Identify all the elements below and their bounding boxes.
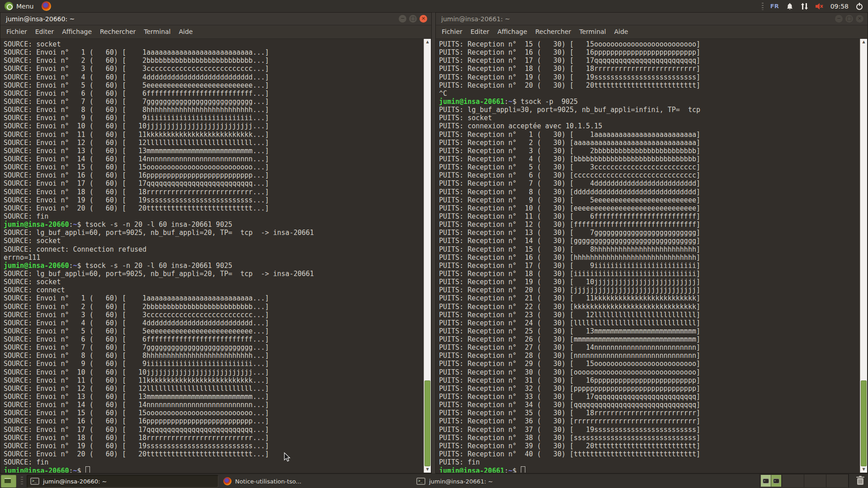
scrollbar-left[interactable]: ▲ ▼: [424, 39, 431, 473]
scroll-down-icon[interactable]: ▼: [860, 466, 867, 473]
show-desktop-button[interactable]: [1, 475, 16, 488]
terminal-line: ^C: [439, 89, 860, 98]
taskbar-item-label: jumin@insa-20661: ~: [429, 478, 493, 485]
terminal-line: PUITS: Reception n° 18 ( 30) [ 18rrrrrrr…: [439, 65, 860, 73]
menu-rechercher[interactable]: Rechercher: [96, 25, 140, 38]
maximize-button[interactable]: □: [845, 15, 853, 23]
workspace-4[interactable]: [826, 474, 849, 487]
terminal-output-left[interactable]: SOURCE: socketSOURCE: Envoi n° 1 ( 60) […: [1, 39, 424, 473]
menu-terminal[interactable]: Terminal: [575, 25, 610, 38]
terminal-line: PUITS: Reception n° 18 ( 30) [iiiiiiiiii…: [439, 270, 860, 278]
terminal-line: PUITS: Reception n° 30 ( 30) [oooooooooo…: [439, 368, 860, 376]
close-button[interactable]: ×: [856, 15, 863, 23]
applet-handle[interactable]: [762, 3, 764, 10]
terminal-line: SOURCE: Envoi n° 1 ( 60) [ 1aaaaaaaaaaaa…: [4, 294, 424, 302]
terminal-line: SOURCE: Envoi n° 11 ( 60) [ 11kkkkkkkkkk…: [4, 376, 424, 385]
maximize-button[interactable]: □: [409, 15, 417, 23]
terminal-line: SOURCE: Envoi n° 19 ( 60) [ 19ssssssssss…: [4, 442, 424, 450]
scrollbar-thumb[interactable]: [861, 380, 867, 466]
terminal-line: SOURCE: Envoi n° 2 ( 60) [ 2bbbbbbbbbbbb…: [4, 303, 424, 311]
mate-menu-button[interactable]: Menu: [0, 0, 38, 12]
terminal-line: PUITS: Reception n° 11 ( 30) [ 6ffffffff…: [439, 212, 860, 221]
terminal-line: SOURCE: Envoi n° 12 ( 60) [ 12llllllllll…: [4, 385, 424, 393]
taskbar-item-terminal-20661[interactable]: >_ jumin@insa-20661: ~: [413, 475, 604, 488]
scrollbar-right[interactable]: ▲ ▼: [860, 39, 867, 473]
notification-area: FR 09:58: [762, 0, 868, 12]
scroll-up-icon[interactable]: ▲: [424, 39, 431, 45]
terminal-output-right[interactable]: PUITS: Reception n° 15 ( 30) [ 15ooooooo…: [436, 39, 860, 473]
workspace-1[interactable]: > >: [760, 474, 782, 487]
menu-editer[interactable]: Editer: [467, 25, 493, 38]
bottom-panel: >_ jumin@insa-20660: ~ Notice-utilisatio…: [0, 474, 868, 488]
terminal-line: SOURCE: connect: [4, 286, 424, 294]
titlebar-right[interactable]: jumin@insa-20661: ~ − □ ×: [436, 13, 868, 25]
minimize-button[interactable]: −: [399, 15, 406, 23]
taskbar-item-firefox-notice[interactable]: Notice-utilisation-tso...: [220, 475, 411, 488]
terminal-cursor: [521, 466, 525, 473]
menu-fichier[interactable]: Fichier: [2, 25, 31, 38]
menu-affichage[interactable]: Affichage: [58, 25, 96, 38]
taskbar-item-terminal-20660[interactable]: >_ jumin@insa-20660: ~: [27, 475, 218, 488]
clock[interactable]: 09:58: [830, 3, 849, 10]
terminal-line: PUITS: Reception n° 15 ( 30) [ 15ooooooo…: [439, 40, 860, 48]
terminal-line: SOURCE: fin: [4, 212, 424, 221]
terminal-line: PUITS: Reception n° 6 ( 30) [ccccccccccc…: [439, 171, 860, 179]
menu-rechercher[interactable]: Rechercher: [531, 25, 575, 38]
menu-editer[interactable]: Editer: [31, 25, 58, 38]
terminal-line: SOURCE: Envoi n° 14 ( 60) [ 14nnnnnnnnnn…: [4, 401, 424, 409]
titlebar-left[interactable]: jumin@insa-20660: ~ − □ ×: [0, 13, 431, 25]
menubar-left: Fichier Editer Affichage Rechercher Term…: [0, 25, 431, 39]
terminal-line: SOURCE: Envoi n° 12 ( 60) [ 12llllllllll…: [4, 139, 424, 147]
workspace-window-preview: >: [771, 475, 781, 487]
menu-affichage[interactable]: Affichage: [493, 25, 531, 38]
scroll-up-icon[interactable]: ▲: [860, 39, 867, 45]
terminal-cursor: [85, 466, 90, 473]
terminal-line: PUITS: socket: [439, 114, 860, 122]
terminal-line: PUITS: Reception n° 28 ( 30) [nnnnnnnnnn…: [439, 352, 860, 360]
workspace-2[interactable]: [782, 474, 804, 487]
terminal-line: PUITS: Reception n° 25 ( 30) [ 13mmmmmmm…: [439, 327, 860, 335]
terminal-line: jumin@insa-20660:~$ tsock -s -n 20 -l 60…: [4, 221, 424, 229]
firefox-icon: [223, 477, 231, 485]
terminal-line: SOURCE: Envoi n° 11 ( 60) [ 11kkkkkkkkkk…: [4, 131, 424, 139]
terminal-line: SOURCE: Envoi n° 8 ( 60) [ 8hhhhhhhhhhhh…: [4, 352, 424, 360]
menu-aide[interactable]: Aide: [610, 25, 632, 38]
scrollbar-thumb[interactable]: [425, 380, 430, 466]
workspace-3[interactable]: [804, 474, 826, 487]
terminal-line: errno=111: [4, 253, 424, 262]
notifications-bell-icon[interactable]: [786, 2, 794, 10]
workspace-window-preview: >: [761, 475, 771, 487]
window-list-handle[interactable]: [21, 477, 23, 486]
menu-fichier[interactable]: Fichier: [438, 25, 467, 38]
terminal-line: SOURCE: Envoi n° 9 ( 60) [ 9iiiiiiiiiiii…: [4, 360, 424, 368]
firefox-launcher-icon[interactable]: [42, 1, 51, 11]
terminal-line: PUITS: Reception n° 13 ( 30) [ 7gggggggg…: [439, 229, 860, 237]
trash-icon[interactable]: [855, 475, 865, 488]
terminal-line: SOURCE: Envoi n° 7 ( 60) [ 7gggggggggggg…: [4, 343, 424, 352]
terminal-line: PUITS: Reception n° 36 ( 30) [rrrrrrrrrr…: [439, 417, 860, 425]
volume-muted-icon[interactable]: [815, 2, 824, 10]
terminal-line: PUITS: Reception n° 17 ( 30) [ 9iiiiiiii…: [439, 262, 860, 270]
terminal-line: PUITS: Reception n° 20 ( 30) [ 20ttttttt…: [439, 81, 860, 89]
terminal-line: SOURCE: Envoi n° 3 ( 60) [ 3cccccccccccc…: [4, 311, 424, 319]
terminal-line: SOURCE: Envoi n° 16 ( 60) [ 16pppppppppp…: [4, 417, 424, 425]
scroll-down-icon[interactable]: ▼: [424, 466, 431, 473]
terminal-line: PUITS: Reception n° 10 ( 30) [eeeeeeeeee…: [439, 204, 860, 212]
terminal-line: jumin@insa-20660:~$ tsock -s -n 20 -l 60…: [4, 262, 424, 270]
minimize-button[interactable]: −: [835, 15, 843, 23]
keyboard-layout-indicator[interactable]: FR: [770, 3, 779, 9]
terminal-line: PUITS: Reception n° 32 ( 30) [pppppppppp…: [439, 385, 860, 393]
network-updown-icon[interactable]: [801, 2, 808, 10]
shutdown-icon[interactable]: [855, 2, 863, 10]
terminal-line: jumin@insa-20661:~$ tsock -p 9025: [439, 98, 860, 106]
terminal-line: SOURCE: lg_buf_appli=60, port=9025, nb_b…: [4, 229, 424, 237]
terminal-line: PUITS: Reception n° 29 ( 30) [ 15ooooooo…: [439, 360, 860, 368]
terminal-line: PUITS: Reception n° 19 ( 30) [ 10jjjjjjj…: [439, 278, 860, 286]
terminal-line: SOURCE: fin: [4, 458, 424, 466]
terminal-line: PUITS: Reception n° 4 ( 30) [bbbbbbbbbbb…: [439, 155, 860, 163]
terminal-line: PUITS: Reception n° 39 ( 30) [ 20ttttttt…: [439, 442, 860, 450]
menu-aide[interactable]: Aide: [175, 25, 197, 38]
close-button[interactable]: ×: [420, 15, 427, 23]
menu-terminal[interactable]: Terminal: [140, 25, 175, 38]
taskbar-item-label: jumin@insa-20660: ~: [43, 478, 107, 485]
